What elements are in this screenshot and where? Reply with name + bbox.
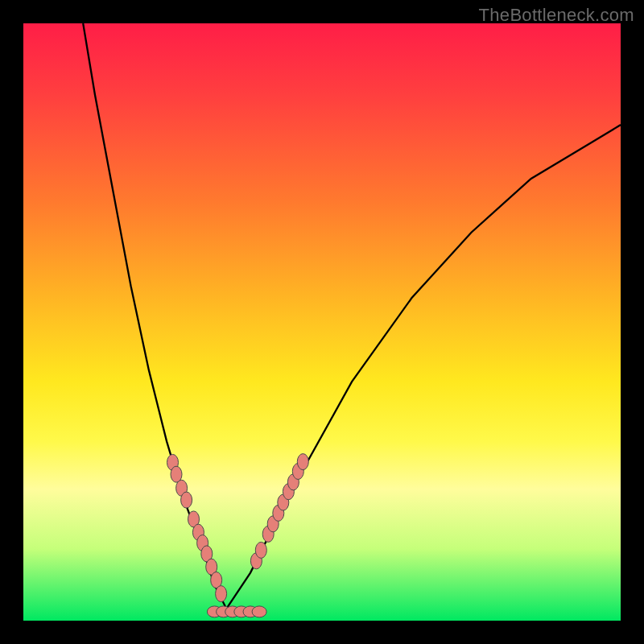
data-bead <box>252 606 266 617</box>
data-bead <box>287 474 299 490</box>
data-bead <box>207 606 221 617</box>
data-bead <box>225 606 240 617</box>
data-bead <box>273 505 284 521</box>
data-beads <box>167 454 309 617</box>
data-bead <box>262 526 274 542</box>
data-bead <box>255 542 266 558</box>
left-branch-curve <box>83 23 226 609</box>
data-bead <box>283 484 294 500</box>
data-bead <box>201 546 213 562</box>
data-bead <box>267 516 279 532</box>
data-bead <box>171 466 182 482</box>
right-branch-curve <box>226 125 621 609</box>
data-bead <box>297 454 308 470</box>
data-bead <box>197 535 208 551</box>
data-bead <box>188 511 200 527</box>
data-bead <box>243 606 258 617</box>
data-bead <box>167 454 179 470</box>
watermark-text: TheBottleneck.com <box>479 5 634 26</box>
data-bead <box>234 606 249 617</box>
data-bead <box>181 492 192 508</box>
data-bead <box>278 494 289 510</box>
data-bead <box>206 559 217 575</box>
data-bead <box>211 572 222 588</box>
data-bead <box>217 606 231 617</box>
data-bead <box>250 553 262 569</box>
data-bead <box>176 480 188 496</box>
data-bead <box>192 524 204 540</box>
chart-svg <box>23 23 621 621</box>
data-bead <box>216 586 227 602</box>
data-bead <box>292 464 303 480</box>
chart-area <box>23 23 621 621</box>
